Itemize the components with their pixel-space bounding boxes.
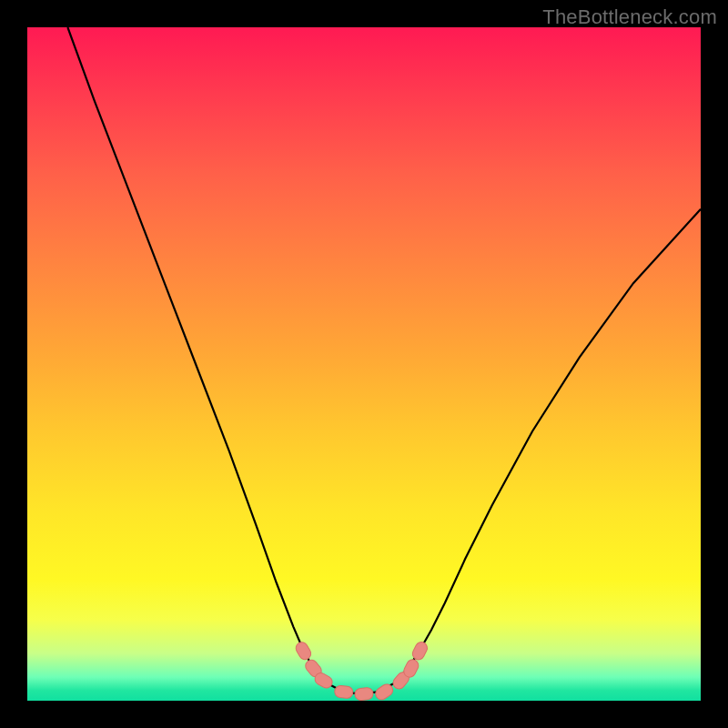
bottleneck-curve bbox=[67, 27, 701, 694]
chart-plot-area bbox=[27, 27, 701, 701]
watermark-text: TheBottleneck.com bbox=[542, 5, 717, 29]
chart-marker bbox=[354, 687, 373, 701]
chart-marker bbox=[334, 685, 353, 699]
chart-marker bbox=[294, 640, 313, 662]
chart-svg bbox=[27, 27, 701, 701]
chart-markers-group bbox=[294, 640, 430, 701]
chart-marker bbox=[410, 640, 430, 662]
